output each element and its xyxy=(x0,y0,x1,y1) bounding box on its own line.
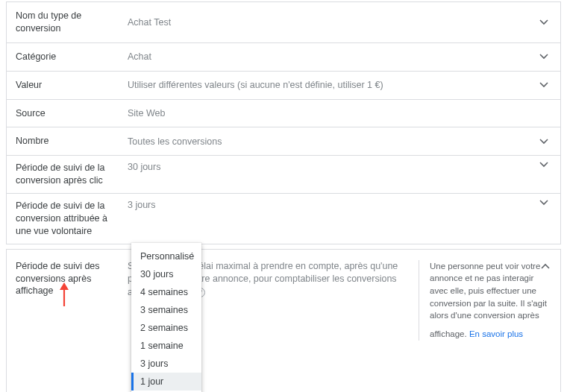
settings-panel: Nom du type de conversionAchat TestCatég… xyxy=(6,1,561,244)
dropdown-option[interactable]: 1 semaine xyxy=(131,337,201,355)
row-value: Site Web xyxy=(128,108,536,118)
dropdown-option[interactable]: 3 semaines xyxy=(131,301,201,319)
row-value: Toutes les conversions xyxy=(128,136,536,147)
settings-row: SourceSite Web xyxy=(7,100,560,128)
annotation-arrow-icon xyxy=(57,282,72,312)
row-label: Période de suivi de la conversion attrib… xyxy=(16,200,128,238)
chevron-down-icon[interactable] xyxy=(536,54,551,60)
dropdown-option[interactable]: Personnalisé xyxy=(131,247,201,265)
row-label: Valeur xyxy=(16,79,128,92)
dropdown-option[interactable]: 3 jours xyxy=(131,355,201,373)
chevron-down-icon[interactable] xyxy=(536,162,551,168)
learn-more-link[interactable]: En savoir plus xyxy=(469,328,523,341)
settings-row[interactable]: NombreToutes les conversions xyxy=(7,127,560,156)
section-label: Période de suivi des conversions après a… xyxy=(16,260,128,341)
row-value: Achat Test xyxy=(128,17,536,28)
settings-row[interactable]: CatégorieAchat xyxy=(7,43,560,72)
row-label: Catégorie xyxy=(16,51,128,63)
dropdown-option[interactable]: 4 semaines xyxy=(131,283,201,301)
chevron-down-icon[interactable] xyxy=(536,200,551,206)
row-label: Nom du type de conversion xyxy=(16,10,128,35)
collapse-icon[interactable] xyxy=(541,260,550,271)
dropdown-option[interactable]: 30 jours xyxy=(131,265,201,283)
help-panel-text: Une personne peut voir votre annonce et … xyxy=(430,262,547,338)
window-dropdown[interactable]: Personnalisé30 jours4 semaines3 semaines… xyxy=(131,243,201,392)
dropdown-option[interactable]: 1 jour xyxy=(131,373,201,391)
row-label: Période de suivi de la conversion après … xyxy=(16,162,128,187)
row-value: Achat xyxy=(128,51,536,62)
chevron-down-icon[interactable] xyxy=(536,19,551,25)
settings-row[interactable]: Nom du type de conversionAchat Test xyxy=(7,2,560,43)
svg-marker-1 xyxy=(60,282,69,290)
view-through-window-section: Période de suivi des conversions après a… xyxy=(6,249,561,392)
row-value: Utiliser différentes valeurs (si aucune … xyxy=(128,80,536,90)
settings-row[interactable]: Période de suivi de la conversion après … xyxy=(7,156,560,194)
row-value: 3 jours xyxy=(128,200,536,210)
row-label: Nombre xyxy=(16,135,128,148)
row-value: 30 jours xyxy=(128,162,536,172)
row-label: Source xyxy=(16,107,128,120)
help-panel: Une personne peut voir votre annonce et … xyxy=(419,260,551,341)
settings-row[interactable]: Période de suivi de la conversion attrib… xyxy=(7,194,560,244)
chevron-down-icon[interactable] xyxy=(536,139,551,145)
chevron-down-icon[interactable] xyxy=(536,82,551,88)
settings-row[interactable]: ValeurUtiliser différentes valeurs (si a… xyxy=(7,72,560,100)
dropdown-option[interactable]: 2 semaines xyxy=(131,319,201,337)
